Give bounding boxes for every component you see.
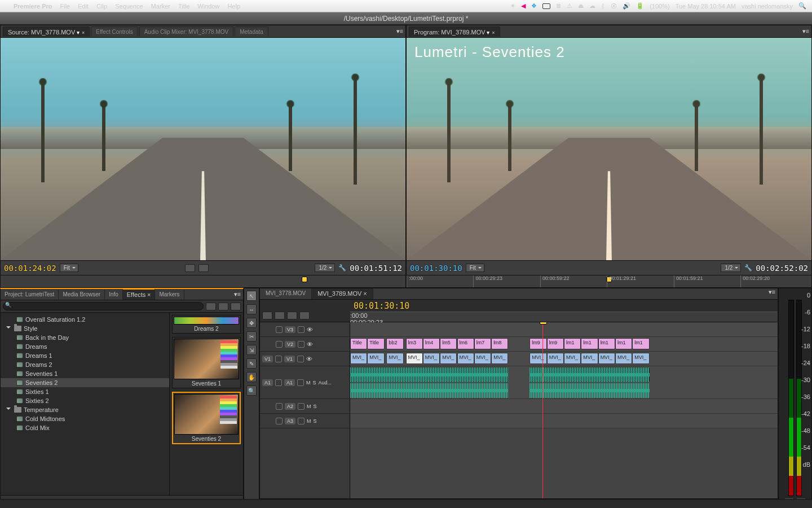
track-id[interactable]: V2	[285, 341, 295, 348]
tab-effect-controls[interactable]: Effect Controls	[91, 27, 138, 36]
source-patch[interactable]: A1	[262, 379, 273, 386]
title-clip[interactable]: lm7	[474, 338, 491, 349]
tab-metadata[interactable]: Metadata	[235, 27, 268, 36]
playhead-icon[interactable]	[302, 277, 307, 282]
title-clip[interactable]: lm9	[529, 338, 546, 349]
status-icon[interactable]	[542, 3, 550, 9]
title-clip[interactable]: bb2	[386, 338, 403, 349]
video-clip[interactable]: MVI_	[474, 353, 491, 364]
track-id[interactable]: A1	[284, 379, 295, 386]
eye-icon[interactable]: 👁	[306, 356, 312, 362]
effects-preset[interactable]: Dreams	[1, 342, 169, 351]
effects-preset[interactable]: Overall Saturation 1.2	[1, 315, 169, 324]
effects-preset[interactable]: Sixties 1	[1, 387, 169, 396]
tool-button[interactable]: ✂	[246, 331, 257, 341]
effects-preset[interactable]: Seventies 1	[1, 369, 169, 378]
32bit-badge-icon[interactable]	[218, 303, 228, 310]
effects-tree[interactable]: Overall Saturation 1.2StyleBack in the D…	[1, 313, 170, 495]
toggle-output-icon[interactable]	[298, 326, 304, 333]
title-clip[interactable]: Title	[350, 338, 367, 349]
video-clip[interactable]: MVI_	[350, 353, 367, 364]
effects-folder[interactable]: Temperature	[1, 405, 169, 414]
toggle-output-icon[interactable]	[297, 379, 304, 386]
effects-preset[interactable]: Cold Mix	[1, 423, 169, 432]
cloud-icon[interactable]: ☁︎	[589, 2, 595, 10]
disclosure-icon[interactable]	[6, 408, 11, 412]
resolution-dropdown[interactable]: 1/2	[721, 264, 741, 272]
menu-marker[interactable]: Marker	[151, 3, 170, 10]
title-clip[interactable]: lm1	[564, 338, 581, 349]
marker-icon[interactable]	[287, 312, 297, 319]
track-id[interactable]: V3	[285, 326, 295, 333]
solo-button[interactable]: S	[314, 418, 317, 424]
tab-program[interactable]: Program: MVI_3789.MOV ▾×	[409, 27, 500, 37]
close-icon[interactable]: ×	[147, 291, 151, 298]
tab-project[interactable]: Project: LumetriTest	[1, 290, 59, 299]
effects-preset[interactable]: Cold Midtones	[1, 414, 169, 423]
status-icon[interactable]: ✴︎	[510, 2, 515, 10]
toggle-output-icon[interactable]	[298, 418, 304, 424]
tab-audio-mixer[interactable]: Audio Clip Mixer: MVI_3778.MOV	[139, 27, 234, 36]
title-clip[interactable]: lm8	[491, 338, 508, 349]
title-clip[interactable]: lm9	[547, 338, 564, 349]
panel-menu-icon[interactable]: ▾≡	[396, 28, 403, 35]
timeline-ruler[interactable]: :00:0000:00:29:2300:00:59:2200:01:29:210…	[350, 312, 778, 322]
toggle-output-icon[interactable]	[298, 403, 304, 410]
fx-badge-icon[interactable]	[206, 303, 216, 310]
close-icon[interactable]: ×	[363, 290, 367, 297]
effects-preset[interactable]: Back in the Day	[1, 333, 169, 342]
track-header[interactable]: V3👁	[260, 322, 350, 337]
menubar-clock[interactable]: Tue May 28 10:54 AM	[676, 3, 736, 10]
tool-button[interactable]: ↖	[246, 291, 257, 301]
track-lane[interactable]	[350, 414, 778, 428]
video-clip[interactable]: MVI_	[440, 353, 457, 364]
lock-icon[interactable]	[276, 341, 283, 348]
toggle-output-icon[interactable]	[298, 341, 304, 348]
tool-button[interactable]: ⇲	[246, 345, 257, 355]
menu-clip[interactable]: Clip	[96, 3, 107, 10]
lock-icon[interactable]	[276, 326, 283, 333]
mute-button[interactable]: M	[307, 404, 311, 409]
preset-thumbnail[interactable]: Seventies 1	[172, 337, 241, 388]
app-name[interactable]: Premiere Pro	[14, 3, 52, 10]
tool-button[interactable]: ✥	[246, 318, 257, 328]
effects-folder[interactable]: Style	[1, 324, 169, 333]
video-clip[interactable]: MVI_	[529, 353, 546, 364]
battery-icon[interactable]: 🔋	[636, 2, 644, 10]
close-icon[interactable]: ×	[492, 30, 495, 36]
track-id[interactable]: V1	[284, 356, 295, 362]
tool-button[interactable]: ✋	[246, 372, 257, 382]
track-lane[interactable]	[350, 399, 778, 414]
status-icon[interactable]: ≣	[556, 2, 561, 10]
video-clip[interactable]: MVI_	[457, 353, 474, 364]
zoom-dropdown[interactable]: Fit	[466, 264, 484, 272]
title-clip[interactable]: lm5	[440, 338, 457, 349]
video-clip[interactable]: MVI_	[632, 353, 649, 364]
title-clip[interactable]: lm6	[457, 338, 474, 349]
video-clip[interactable]: MVI_	[491, 353, 508, 364]
video-clip[interactable]: MVI_	[406, 353, 423, 364]
settings-icon[interactable]	[299, 312, 310, 319]
track-lane[interactable]	[350, 322, 778, 337]
title-clip[interactable]: lm1	[581, 338, 598, 349]
title-clip[interactable]: lm3	[406, 338, 423, 349]
solo-button[interactable]: S	[314, 404, 317, 409]
effects-preset[interactable]: Sixties 2	[1, 396, 169, 405]
timeline-playhead[interactable]	[542, 322, 543, 498]
bluetooth-icon[interactable]: ᛒ	[601, 3, 605, 10]
alert-icon[interactable]: ⚠︎	[567, 2, 572, 10]
track-header[interactable]: A1A1MSAud...	[260, 366, 350, 399]
disclosure-icon[interactable]	[6, 326, 11, 331]
effects-preset[interactable]: Dreams 1	[1, 351, 169, 360]
program-scrubber[interactable]: :00:0000:00:29:2300:00:59:2200:01:29:210…	[407, 275, 811, 287]
video-clip[interactable]: MVI_	[547, 353, 564, 364]
title-clip[interactable]: lm1	[598, 338, 615, 349]
tab-info[interactable]: Info	[105, 290, 123, 299]
track-header[interactable]: V1V1👁	[260, 352, 350, 366]
close-icon[interactable]: ×	[82, 30, 85, 36]
source-scrubber[interactable]	[1, 275, 405, 287]
track-id[interactable]: A3	[285, 418, 295, 424]
volume-icon[interactable]: 🔊	[623, 2, 630, 10]
video-clip[interactable]: MVI_	[564, 353, 581, 364]
tab-effects[interactable]: Effects ×	[123, 288, 156, 300]
